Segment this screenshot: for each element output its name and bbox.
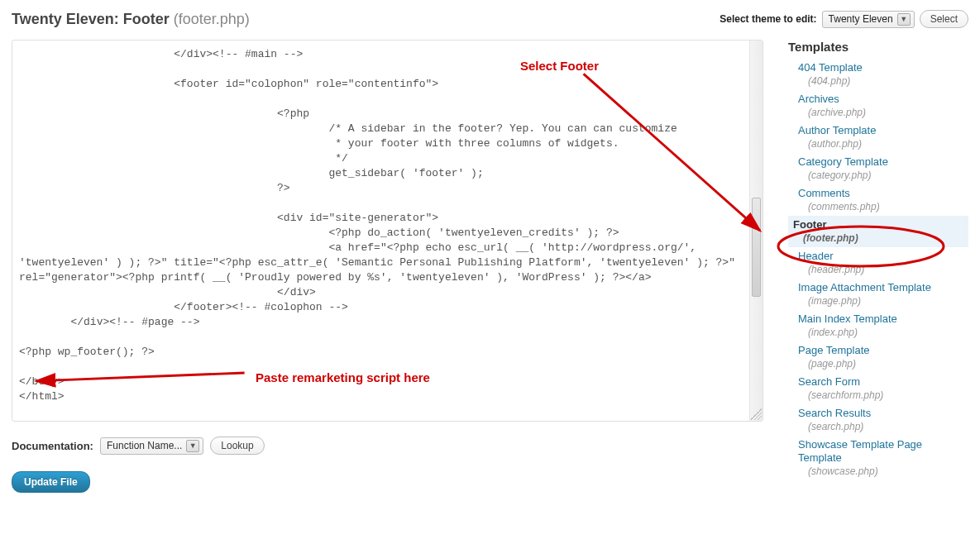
theme-selector-group: Select theme to edit: Twenty Eleven ▼ Se…: [719, 10, 968, 28]
template-link[interactable]: Author Template: [798, 124, 876, 136]
annotation-select-footer: Select Footer: [520, 59, 599, 73]
select-theme-label: Select theme to edit:: [719, 13, 816, 25]
code-editor[interactable]: </div><!-- #main --> <footer id="colopho…: [12, 40, 763, 422]
template-link[interactable]: Showcase Template Page Template: [798, 438, 922, 464]
lookup-button[interactable]: Lookup: [210, 437, 264, 455]
template-filename: (author.php): [798, 137, 968, 150]
templates-sidebar: Templates 404 Template(404.php)Archives(…: [788, 40, 968, 480]
template-item[interactable]: Image Attachment Template(image.php): [788, 279, 968, 310]
template-link[interactable]: Category Template: [798, 155, 888, 168]
theme-dropdown-value: Twenty Eleven: [829, 13, 893, 25]
template-filename: (index.php): [798, 326, 968, 339]
template-filename: (footer.php): [793, 231, 968, 245]
template-link[interactable]: Comments: [798, 187, 850, 199]
template-filename: (comments.php): [798, 200, 968, 213]
select-button[interactable]: Select: [920, 10, 968, 28]
template-item[interactable]: Comments(comments.php): [788, 184, 968, 216]
theme-name: Twenty Eleven: [12, 11, 114, 27]
template-item[interactable]: Category Template(category.php): [788, 153, 968, 184]
template-link[interactable]: Image Attachment Template: [798, 281, 931, 293]
template-filename: (search.php): [798, 420, 968, 433]
template-link[interactable]: Header: [798, 250, 834, 262]
documentation-label: Documentation:: [12, 440, 93, 452]
template-link[interactable]: 404 Template: [798, 61, 863, 74]
template-item[interactable]: Page Template(page.php): [788, 341, 968, 373]
resize-grip-icon[interactable]: [750, 408, 762, 420]
template-filename: (archive.php): [798, 106, 968, 119]
template-filename: (searchform.php): [798, 389, 968, 402]
template-item[interactable]: Author Template(author.php): [788, 122, 968, 153]
template-item[interactable]: Search Results(search.php): [788, 404, 968, 436]
file-label: Footer: [123, 11, 170, 27]
templates-heading: Templates: [788, 40, 968, 54]
scrollbar[interactable]: [749, 41, 762, 421]
template-item[interactable]: Search Form(searchform.php): [788, 373, 968, 404]
template-link[interactable]: Page Template: [798, 344, 870, 356]
documentation-row: Documentation: Function Name... ▼ Lookup: [12, 437, 763, 455]
template-filename: (showcase.php): [798, 465, 968, 478]
template-link[interactable]: Search Results: [798, 407, 871, 419]
template-item[interactable]: Main Index Template(index.php): [788, 310, 968, 341]
template-item[interactable]: Archives(archive.php): [788, 90, 968, 122]
template-filename: (header.php): [798, 263, 968, 276]
template-item[interactable]: Footer(footer.php): [788, 216, 968, 247]
template-filename: (page.php): [798, 357, 968, 370]
template-link[interactable]: Search Form: [798, 375, 860, 388]
page-title: Twenty Eleven: Footer (footer.php): [12, 11, 250, 28]
template-link: Footer: [793, 218, 826, 231]
file-name: (footer.php): [174, 11, 250, 27]
chevron-down-icon: ▼: [897, 13, 911, 26]
update-file-button[interactable]: Update File: [12, 471, 90, 493]
template-filename: (category.php): [798, 169, 968, 182]
template-link[interactable]: Main Index Template: [798, 313, 897, 325]
code-editor-wrap: </div><!-- #main --> <footer id="colopho…: [12, 40, 763, 422]
template-item[interactable]: Showcase Template Page Template(showcase…: [788, 436, 968, 480]
template-item[interactable]: 404 Template(404.php): [788, 59, 968, 90]
scrollbar-thumb[interactable]: [752, 198, 761, 297]
template-filename: (image.php): [798, 294, 968, 308]
template-filename: (404.php): [798, 74, 968, 88]
theme-dropdown[interactable]: Twenty Eleven ▼: [822, 11, 915, 28]
templates-list: 404 Template(404.php)Archives(archive.ph…: [788, 59, 968, 480]
template-link[interactable]: Archives: [798, 93, 839, 105]
annotation-paste-script: Paste remarketing script here: [256, 370, 430, 384]
function-name-dropdown[interactable]: Function Name... ▼: [100, 437, 203, 455]
template-item[interactable]: Header(header.php): [788, 247, 968, 279]
chevron-down-icon: ▼: [186, 440, 199, 452]
function-name-value: Function Name...: [107, 440, 182, 451]
